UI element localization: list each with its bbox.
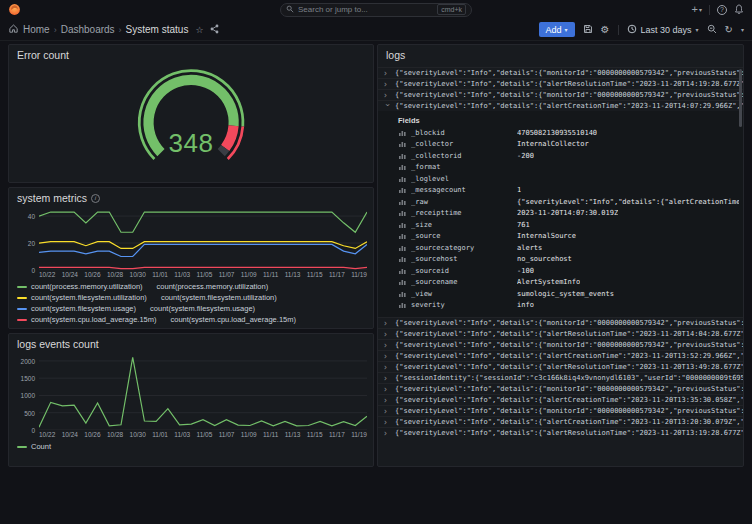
search-input[interactable]: Search or jump to... cmd+k xyxy=(280,3,472,17)
field-row: _collectorid -200 xyxy=(398,150,739,162)
log-row[interactable]: › {"severityLevel":"Info","details":{"al… xyxy=(378,361,743,372)
field-stats-icon[interactable] xyxy=(398,221,411,229)
log-row[interactable]: › {"severityLevel":"Info","details":{"mo… xyxy=(378,89,743,100)
chevron-right-icon[interactable]: › xyxy=(383,384,391,395)
chevron-right-icon[interactable]: › xyxy=(383,351,391,362)
field-row: _sourcehost no_sourcehost xyxy=(398,254,739,266)
x-tick-label: 11/17 xyxy=(329,270,345,280)
log-row[interactable]: › {"severityLevel":"Info","details":{"mo… xyxy=(378,317,743,328)
chevron-right-icon[interactable]: › xyxy=(383,79,391,90)
chevron-right-icon[interactable]: › xyxy=(383,373,391,384)
x-tick-label: 11/19 xyxy=(351,430,367,440)
x-tick-label: 11/03 xyxy=(174,270,190,280)
field-stats-icon[interactable] xyxy=(398,140,411,148)
x-tick-label: 10/26 xyxy=(84,270,100,280)
field-stats-icon[interactable] xyxy=(398,152,411,160)
refresh-interval-caret-icon[interactable]: ▾ xyxy=(741,26,744,33)
field-stats-icon[interactable] xyxy=(398,267,411,275)
x-tick-label: 10/30 xyxy=(130,270,146,280)
legend-color-dash xyxy=(17,286,27,288)
home-icon[interactable] xyxy=(8,23,19,36)
settings-gear-icon[interactable]: ⚙ xyxy=(601,25,610,35)
breadcrumb-item[interactable]: › Dashboards xyxy=(54,24,115,35)
star-icon[interactable]: ☆ xyxy=(195,25,203,35)
chart-legend: count(process.memory.utilization) count(… xyxy=(15,280,367,326)
log-row-expanded[interactable]: › {"severityLevel":"Info","details":{"al… xyxy=(378,100,743,111)
chevron-right-icon[interactable]: › xyxy=(383,329,391,340)
legend-item[interactable]: count(system.cpu.load_average.15m) count… xyxy=(17,314,365,325)
x-tick-label: 10/22 xyxy=(39,430,55,440)
new-menu-button[interactable]: + ▾ xyxy=(692,4,702,15)
divider xyxy=(709,5,710,15)
zoom-out-icon[interactable] xyxy=(707,24,717,36)
save-dashboard-icon[interactable] xyxy=(583,24,593,36)
chart-logs-events[interactable]: 2000150010005000 10/2210/2410/2610/2810/… xyxy=(9,354,373,453)
field-stats-icon[interactable] xyxy=(398,198,411,206)
y-tick-label: 500 xyxy=(24,409,35,416)
panel-title-logs-events-count[interactable]: logs events count xyxy=(9,334,373,354)
x-tick-label: 10/28 xyxy=(107,270,123,280)
chevron-down-icon[interactable]: › xyxy=(382,102,393,110)
log-row[interactable]: › {"severityLevel":"Info","details":{"mo… xyxy=(378,67,743,78)
chart-system-metrics[interactable]: 40200 10/2210/2410/2610/2810/3011/0111/0… xyxy=(9,208,373,326)
log-row[interactable]: › {"severityLevel":"Info","details":{"mo… xyxy=(378,405,743,416)
x-tick-label: 11/13 xyxy=(285,430,301,440)
field-stats-icon[interactable] xyxy=(398,278,411,286)
field-stats-icon[interactable] xyxy=(398,255,411,263)
panel-title-error-count[interactable]: Error count xyxy=(9,45,373,65)
y-tick-label: 20 xyxy=(28,240,35,247)
panel-title-logs[interactable]: logs xyxy=(378,45,743,65)
grafana-logo[interactable] xyxy=(8,3,21,16)
help-icon[interactable]: ? xyxy=(717,5,727,15)
log-row[interactable]: › {"sessionIdentity":{"sessionId":"c3c16… xyxy=(378,372,743,383)
field-stats-icon[interactable] xyxy=(398,175,411,183)
info-icon[interactable]: i xyxy=(91,194,100,203)
log-row[interactable]: › {"severityLevel":"Info","details":{"al… xyxy=(378,427,743,438)
log-row[interactable]: › {"severityLevel":"Info","details":{"al… xyxy=(378,328,743,339)
chevron-right-icon[interactable]: › xyxy=(383,362,391,373)
legend-item[interactable]: Count xyxy=(17,441,365,452)
refresh-icon[interactable]: ↻ xyxy=(725,25,733,35)
field-stats-icon[interactable] xyxy=(398,232,411,240)
y-tick-label: 0 xyxy=(31,427,35,434)
chart-plot-area[interactable] xyxy=(39,208,367,270)
log-row[interactable]: › {"severityLevel":"Info","details":{"al… xyxy=(378,416,743,427)
log-row[interactable]: › {"severityLevel":"Info","details":{"mo… xyxy=(378,339,743,350)
legend-item[interactable]: count(system.filesystem.usage) count(sys… xyxy=(17,303,365,314)
chevron-right-icon[interactable]: › xyxy=(383,68,391,79)
add-button[interactable]: Add ▾ xyxy=(539,22,575,37)
panel-title-system-metrics[interactable]: system metrics i xyxy=(9,188,373,208)
log-row[interactable]: › {"severityLevel":"Info","details":{"al… xyxy=(378,394,743,405)
x-tick-label: 11/13 xyxy=(285,270,301,280)
log-row[interactable]: › {"severityLevel":"Info","details":{"al… xyxy=(378,78,743,89)
breadcrumb-item[interactable]: › System status xyxy=(119,24,189,35)
field-stats-icon[interactable] xyxy=(398,244,411,252)
scrollbar-thumb[interactable] xyxy=(739,69,742,127)
log-row[interactable]: › {"severityLevel":"Info","details":{"al… xyxy=(378,350,743,361)
chevron-right-icon[interactable]: › xyxy=(383,417,391,428)
x-tick-label: 11/11 xyxy=(263,270,278,280)
legend-item[interactable]: count(process.memory.utilization) count(… xyxy=(17,281,365,292)
chevron-right-icon[interactable]: › xyxy=(383,428,391,439)
log-row[interactable]: › {"severityLevel":"Info","details":{"mo… xyxy=(378,383,743,394)
field-stats-icon[interactable] xyxy=(398,129,411,137)
chevron-right-icon[interactable]: › xyxy=(383,318,391,329)
chart-legend: Count xyxy=(15,440,367,453)
legend-item[interactable]: count(system.filesystem.utilization) cou… xyxy=(17,292,365,303)
share-icon[interactable] xyxy=(209,24,219,36)
field-stats-icon[interactable] xyxy=(398,290,411,298)
chevron-right-icon[interactable]: › xyxy=(383,340,391,351)
notifications-bell-icon[interactable] xyxy=(734,4,744,16)
breadcrumb-item[interactable]: › Home xyxy=(23,24,50,35)
chevron-right-icon[interactable]: › xyxy=(383,90,391,101)
field-stats-icon[interactable] xyxy=(398,186,411,194)
chart-plot-area[interactable] xyxy=(39,354,367,430)
field-row: _loglevel xyxy=(398,173,739,185)
field-stats-icon[interactable] xyxy=(398,301,411,309)
field-stats-icon[interactable] xyxy=(398,209,411,217)
chevron-right-icon[interactable]: › xyxy=(383,395,391,406)
time-range-picker[interactable]: Last 30 days ▾ xyxy=(627,24,699,36)
field-row: _receipttime 2023-11-20T14:07:30.019Z xyxy=(398,208,739,220)
field-stats-icon[interactable] xyxy=(398,163,411,171)
chevron-right-icon[interactable]: › xyxy=(383,406,391,417)
